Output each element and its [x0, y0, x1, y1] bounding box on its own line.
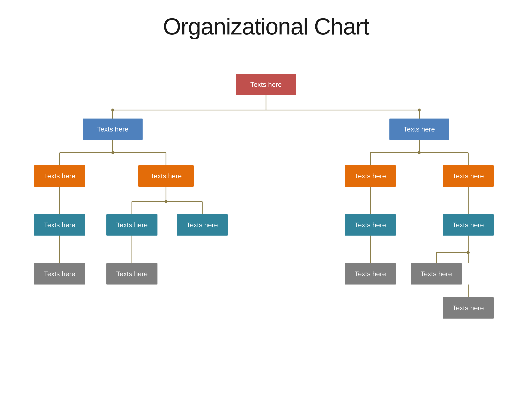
svg-point-29 [418, 151, 421, 154]
node-l3-lmr[interactable]: Texts here [177, 214, 228, 235]
node-l3-ll[interactable]: Texts here [34, 214, 85, 235]
node-l3-rl[interactable]: Texts here [345, 214, 396, 235]
org-chart: Texts here Texts here Texts here Texts h… [11, 53, 521, 399]
node-l4-ll[interactable]: Texts here [34, 263, 85, 285]
node-l1-left[interactable]: Texts here [83, 119, 143, 140]
node-l1-right[interactable]: Texts here [389, 119, 449, 140]
node-l4-rl[interactable]: Texts here [345, 263, 396, 285]
node-l3-lml[interactable]: Texts here [106, 214, 158, 235]
svg-point-30 [165, 200, 167, 203]
node-l2-ll[interactable]: Texts here [34, 165, 85, 187]
svg-point-26 [111, 108, 114, 112]
node-root[interactable]: Texts here [236, 74, 296, 95]
svg-point-31 [467, 251, 470, 254]
page-title: Organizational Chart [163, 13, 369, 40]
node-l2-rr[interactable]: Texts here [443, 165, 494, 187]
node-l3-rr[interactable]: Texts here [443, 214, 494, 235]
node-l4-lm[interactable]: Texts here [106, 263, 158, 285]
node-l4-rrl[interactable]: Texts here [411, 263, 462, 285]
svg-point-28 [111, 151, 114, 154]
svg-point-27 [418, 108, 421, 112]
node-l4-rrr[interactable]: Texts here [443, 297, 494, 319]
node-l2-lr[interactable]: Texts here [138, 165, 194, 187]
node-l2-rl[interactable]: Texts here [345, 165, 396, 187]
